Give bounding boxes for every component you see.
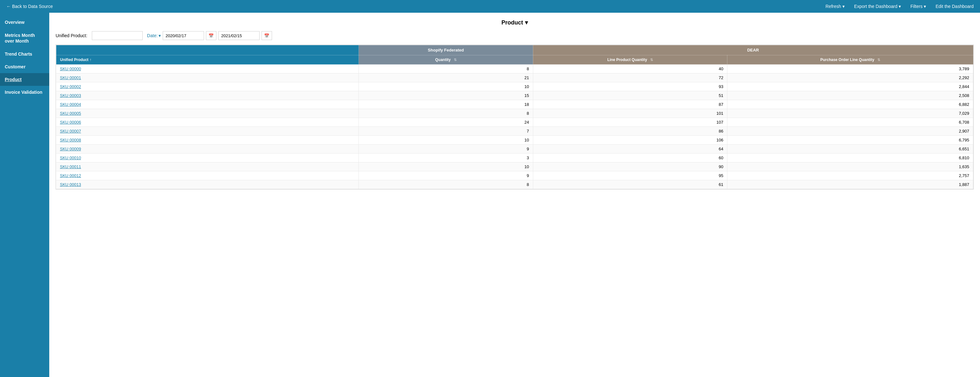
- table-row: SKU 00013 8 61 1,887: [56, 180, 973, 189]
- cell-sku[interactable]: SKU 00008: [56, 136, 359, 145]
- sort-sep-icon-3: ⇅: [877, 58, 880, 62]
- table-row: SKU 00012 9 95 2,757: [56, 171, 973, 180]
- table-row: SKU 00003 15 51 2,508: [56, 91, 973, 100]
- cell-po-line: 6,708: [727, 118, 973, 127]
- group-header-shopify: Shopify Federated: [359, 45, 533, 55]
- sidebar: Overview Metrics Month over Month Trend …: [0, 13, 49, 377]
- cell-line-product: 40: [533, 65, 727, 73]
- cell-quantity: 8: [359, 65, 533, 73]
- cell-sku[interactable]: SKU 00001: [56, 73, 359, 82]
- cell-quantity: 9: [359, 145, 533, 154]
- sidebar-item-customer[interactable]: Customer: [0, 60, 49, 73]
- edit-button[interactable]: Edit the Dashboard: [935, 4, 974, 9]
- date-to-calendar-button[interactable]: 📅: [261, 31, 272, 40]
- cell-sku[interactable]: SKU 00000: [56, 65, 359, 73]
- cell-line-product: 86: [533, 127, 727, 136]
- table-row: SKU 00005 8 101 7,029: [56, 109, 973, 118]
- date-button[interactable]: Date: ▾: [147, 33, 161, 38]
- cell-sku[interactable]: SKU 00006: [56, 118, 359, 127]
- cell-sku[interactable]: SKU 00002: [56, 82, 359, 91]
- cell-sku[interactable]: SKU 00007: [56, 127, 359, 136]
- back-label: ← Back to Data Source: [6, 4, 53, 9]
- table-row: SKU 00011 10 90 1,635: [56, 162, 973, 171]
- cell-quantity: 10: [359, 82, 533, 91]
- dashboard-title: Product ▾: [56, 19, 974, 26]
- cell-quantity: 10: [359, 162, 533, 171]
- date-label-text: Date:: [147, 33, 158, 38]
- col-header-unified[interactable]: Unified Product ↑: [56, 55, 359, 65]
- group-header-empty: [56, 45, 359, 55]
- date-filter: Date: ▾ 📅 📅: [147, 31, 272, 40]
- main-content: Product ▾ Unified Product: Date: ▾ 📅 📅: [49, 13, 980, 377]
- table-body: SKU 00000 8 40 3,789 SKU 00001 21 72 2,2…: [56, 65, 973, 189]
- data-table-container: Shopify Federated DEAR Unified Product ↑: [56, 45, 974, 189]
- cell-po-line: 2,508: [727, 91, 973, 100]
- sidebar-item-product[interactable]: Product: [0, 73, 49, 86]
- table-row: SKU 00010 3 60 6,810: [56, 154, 973, 162]
- cell-sku[interactable]: SKU 00010: [56, 154, 359, 162]
- calendar-icon-2: 📅: [264, 33, 269, 38]
- top-bar: ← Back to Data Source Refresh ▾ Export t…: [0, 0, 980, 13]
- cell-po-line: 1,887: [727, 180, 973, 189]
- cell-sku[interactable]: SKU 00003: [56, 91, 359, 100]
- unified-product-input[interactable]: [92, 31, 143, 40]
- cell-line-product: 90: [533, 162, 727, 171]
- table-row: SKU 00007 7 86 2,907: [56, 127, 973, 136]
- sidebar-item-overview[interactable]: Overview: [0, 16, 49, 29]
- cell-sku[interactable]: SKU 00013: [56, 180, 359, 189]
- date-to-input[interactable]: [218, 31, 259, 40]
- cell-po-line: 3,789: [727, 65, 973, 73]
- group-header-row: Shopify Federated DEAR: [56, 45, 973, 55]
- cell-line-product: 72: [533, 73, 727, 82]
- export-button[interactable]: Export the Dashboard ▾: [854, 4, 901, 9]
- col-header-po-line[interactable]: Purchase Order Line Quantity ⇅: [727, 55, 973, 65]
- cell-line-product: 101: [533, 109, 727, 118]
- cell-quantity: 21: [359, 73, 533, 82]
- unified-product-label: Unified Product:: [56, 33, 88, 38]
- edit-label: Edit the Dashboard: [935, 4, 974, 9]
- date-from-calendar-button[interactable]: 📅: [206, 31, 216, 40]
- cell-po-line: 2,757: [727, 171, 973, 180]
- cell-line-product: 87: [533, 100, 727, 109]
- cell-po-line: 2,292: [727, 73, 973, 82]
- cell-line-product: 60: [533, 154, 727, 162]
- cell-sku[interactable]: SKU 00004: [56, 100, 359, 109]
- dashboard-title-chevron[interactable]: ▾: [525, 19, 528, 26]
- date-from-input[interactable]: [163, 31, 204, 40]
- cell-po-line: 6,795: [727, 136, 973, 145]
- col-header-line-product[interactable]: Line Product Quantity ⇅: [533, 55, 727, 65]
- cell-sku[interactable]: SKU 00012: [56, 171, 359, 180]
- sub-header-row: Unified Product ↑ Quantity ⇅ Line Produc…: [56, 55, 973, 65]
- sort-sep-icon-2: ⇅: [650, 58, 653, 62]
- cell-quantity: 10: [359, 136, 533, 145]
- sidebar-item-trend[interactable]: Trend Charts: [0, 48, 49, 60]
- filters-button[interactable]: Filters ▾: [910, 4, 926, 9]
- refresh-button[interactable]: Refresh ▾: [826, 4, 845, 9]
- cell-line-product: 51: [533, 91, 727, 100]
- cell-quantity: 15: [359, 91, 533, 100]
- table-row: SKU 00009 9 64 6,651: [56, 145, 973, 154]
- cell-line-product: 95: [533, 171, 727, 180]
- table-row: SKU 00002 10 93 2,844: [56, 82, 973, 91]
- cell-po-line: 2,907: [727, 127, 973, 136]
- cell-line-product: 106: [533, 136, 727, 145]
- cell-quantity: 3: [359, 154, 533, 162]
- group-header-dear: DEAR: [533, 45, 973, 55]
- sort-up-icon: ↑: [90, 57, 92, 62]
- sidebar-item-metrics[interactable]: Metrics Month over Month: [0, 29, 49, 48]
- table-row: SKU 00000 8 40 3,789: [56, 65, 973, 73]
- calendar-icon: 📅: [208, 33, 214, 38]
- cell-quantity: 24: [359, 118, 533, 127]
- cell-sku[interactable]: SKU 00011: [56, 162, 359, 171]
- cell-sku[interactable]: SKU 00009: [56, 145, 359, 154]
- refresh-chevron: ▾: [842, 4, 845, 9]
- sidebar-item-invoice[interactable]: Invoice Validation: [0, 86, 49, 99]
- date-chevron: ▾: [159, 33, 161, 38]
- cell-quantity: 9: [359, 171, 533, 180]
- cell-quantity: 7: [359, 127, 533, 136]
- cell-quantity: 8: [359, 109, 533, 118]
- cell-sku[interactable]: SKU 00005: [56, 109, 359, 118]
- col-header-quantity[interactable]: Quantity ⇅: [359, 55, 533, 65]
- back-to-datasource-button[interactable]: ← Back to Data Source: [6, 4, 53, 9]
- cell-po-line: 6,882: [727, 100, 973, 109]
